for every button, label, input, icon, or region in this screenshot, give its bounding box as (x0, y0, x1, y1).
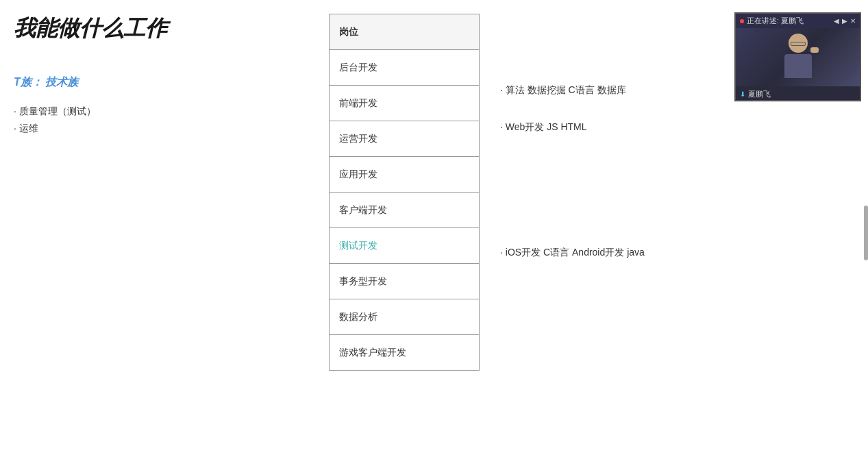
person-head (789, 34, 808, 53)
table-row: 数据分析 (330, 299, 480, 335)
video-control-next[interactable]: ▶ (842, 17, 847, 25)
table-row: 运营开发 (330, 121, 480, 157)
table-row: 应用开发 (330, 157, 480, 193)
scrollbar[interactable] (864, 206, 868, 260)
live-indicator (740, 19, 744, 23)
table-row: 客户端开发 (330, 193, 480, 228)
bullet-item-1: 质量管理（测试） (14, 103, 96, 120)
bullet-list: 质量管理（测试） 运维 (14, 103, 96, 137)
person-hand (810, 47, 819, 53)
person-glasses (791, 42, 806, 46)
job-table: 岗位 后台开发 前端开发 运营开发 应用开发 客户端开发 测试开发 事务型开发 … (329, 14, 480, 371)
page-title: 我能做什么工作 (14, 14, 167, 44)
person-figure (778, 34, 819, 82)
video-control-close[interactable]: ✕ (850, 17, 856, 25)
video-header-text: 正在讲述: 夏鹏飞 (747, 16, 804, 26)
backend-skills: · 算法 数据挖掘 C语言 数据库 (500, 84, 626, 97)
speaker-name: 夏鹏飞 (748, 89, 771, 99)
table-row-highlighted: 测试开发 (330, 228, 480, 264)
table-row: 游戏客户端开发 (330, 335, 480, 371)
video-footer: ⬇ 夏鹏飞 (736, 86, 860, 101)
client-skills: · iOS开发 C语言 Android开发 java (500, 247, 645, 259)
person-body (784, 54, 812, 78)
bullet-item-2: 运维 (14, 120, 96, 137)
video-header: 正在讲述: 夏鹏飞 ◀ ▶ ✕ (736, 14, 860, 28)
download-icon: ⬇ (740, 90, 745, 98)
video-panel: 正在讲述: 夏鹏飞 ◀ ▶ ✕ ⬇ 夏鹏飞 (734, 12, 861, 101)
frontend-skills: · Web开发 JS HTML (500, 121, 587, 134)
table-row: 后台开发 (330, 50, 480, 86)
table-header: 岗位 (330, 14, 480, 50)
table-row: 前端开发 (330, 86, 480, 121)
video-control-prev[interactable]: ◀ (834, 17, 839, 25)
table-row: 事务型开发 (330, 264, 480, 299)
video-content (736, 28, 860, 86)
tribe-label: T族： 技术族 (14, 75, 78, 90)
